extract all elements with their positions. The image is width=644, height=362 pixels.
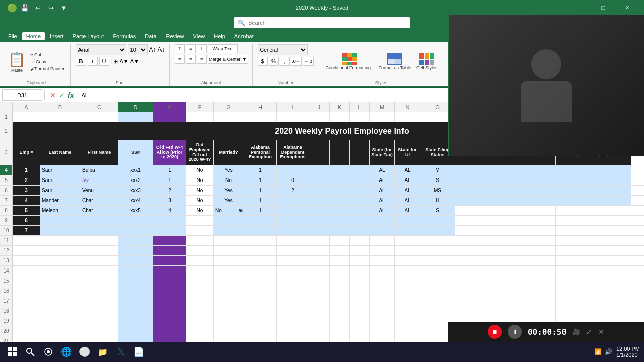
cell-K20[interactable]: [330, 326, 350, 336]
acrobat-taskbar-icon[interactable]: 📄: [131, 344, 147, 360]
number-format-select[interactable]: General: [258, 44, 308, 55]
cell-H16[interactable]: [244, 286, 277, 296]
cell-G1[interactable]: [214, 112, 244, 122]
col-header-J[interactable]: J: [309, 102, 330, 112]
currency-button[interactable]: $: [258, 57, 268, 66]
cell-E3[interactable]: Old Fed W-4 Allow (Prior to 2020): [153, 140, 186, 165]
cell-N7[interactable]: AL: [395, 196, 420, 205]
cell-O10[interactable]: [420, 226, 455, 235]
minimize-button[interactable]: ─: [568, 0, 591, 15]
cell-P6[interactable]: [455, 186, 556, 195]
cell-O11[interactable]: [420, 236, 455, 245]
cell-H9[interactable]: [244, 216, 277, 225]
cell-O4[interactable]: M: [420, 165, 455, 175]
cell-K6[interactable]: [330, 186, 350, 195]
cell-G16[interactable]: [214, 286, 244, 296]
cell-R4[interactable]: [586, 165, 616, 175]
cell-A5[interactable]: 2: [13, 175, 40, 185]
cell-N13[interactable]: [395, 256, 420, 265]
cell-I11[interactable]: [277, 236, 309, 245]
conditional-formatting-button[interactable]: Conditional Formatting -: [324, 52, 376, 71]
cell-J18[interactable]: [309, 306, 330, 316]
align-bottom-button[interactable]: ⊥: [197, 44, 207, 53]
cell-E16[interactable]: [153, 286, 186, 296]
cell-N5[interactable]: AL: [395, 175, 420, 185]
cell-E4[interactable]: 1: [153, 165, 186, 175]
cell-N6[interactable]: AL: [395, 186, 420, 195]
cell-M6[interactable]: AL: [370, 186, 395, 195]
cell-N3[interactable]: State for UI: [395, 140, 420, 165]
cell-J13[interactable]: [309, 256, 330, 265]
cell-K15[interactable]: [330, 276, 350, 286]
cell-B14[interactable]: [40, 266, 80, 276]
format-painter-button[interactable]: 🖌Format Painter: [29, 66, 66, 72]
cell-O12[interactable]: [420, 246, 455, 255]
cell-M1[interactable]: [370, 112, 395, 122]
underline-button[interactable]: U: [99, 57, 109, 66]
menu-data[interactable]: Data: [141, 32, 160, 40]
cell-M5[interactable]: AL: [370, 175, 395, 185]
cell-N12[interactable]: [395, 246, 420, 255]
cell-B1[interactable]: [40, 112, 80, 122]
cell-K13[interactable]: [330, 256, 350, 265]
cell-M18[interactable]: [370, 306, 395, 316]
cell-E13[interactable]: [153, 256, 186, 265]
cell-E8[interactable]: 4: [153, 206, 186, 215]
cell-H3[interactable]: Alabama Personal Exemption: [244, 140, 277, 165]
cell-I10[interactable]: [277, 226, 309, 235]
cell-F20[interactable]: [186, 326, 214, 336]
cell-A20[interactable]: [13, 326, 40, 336]
col-header-I[interactable]: I: [277, 102, 309, 112]
cell-A3[interactable]: Emp #: [13, 140, 40, 165]
cell-M11[interactable]: [370, 236, 395, 245]
cell-H14[interactable]: [244, 266, 277, 276]
cell-K7[interactable]: [330, 196, 350, 205]
cell-L9[interactable]: [350, 216, 370, 225]
cell-A1[interactable]: [13, 112, 40, 122]
cell-S7[interactable]: [616, 196, 631, 205]
cell-R10[interactable]: [586, 226, 616, 235]
cell-P9[interactable]: [455, 216, 556, 225]
stop-recording-button[interactable]: ⏹: [488, 325, 502, 339]
cell-D17[interactable]: [118, 296, 153, 306]
cell-Q16[interactable]: [556, 286, 586, 296]
cell-H12[interactable]: [244, 246, 277, 255]
cell-I20[interactable]: [277, 326, 309, 336]
cell-A15[interactable]: [13, 276, 40, 286]
col-header-K[interactable]: K: [330, 102, 350, 112]
cell-P10[interactable]: [455, 226, 556, 235]
cell-K18[interactable]: [330, 306, 350, 316]
cell-R8[interactable]: [586, 206, 616, 215]
cell-D7[interactable]: xxx4: [118, 196, 153, 205]
cell-M4[interactable]: AL: [370, 165, 395, 175]
cell-P5[interactable]: [455, 175, 556, 185]
col-header-B[interactable]: B: [40, 102, 80, 112]
close-recording-icon[interactable]: ✕: [598, 328, 604, 336]
decrease-decimal-button[interactable]: ←.0: [303, 57, 314, 66]
cell-N15[interactable]: [395, 276, 420, 286]
cell-Q14[interactable]: [556, 266, 586, 276]
cell-E9[interactable]: [153, 216, 186, 225]
cell-G7[interactable]: Yes: [214, 196, 244, 205]
cell-L1[interactable]: [350, 112, 370, 122]
cell-F6[interactable]: No: [186, 186, 214, 195]
cell-B19[interactable]: [40, 316, 80, 326]
cell-I7[interactable]: [277, 196, 309, 205]
pause-recording-button[interactable]: ⏸: [508, 325, 522, 339]
formula-confirm-icon[interactable]: ✓: [59, 91, 65, 99]
cell-G3[interactable]: Married?: [214, 140, 244, 165]
cell-R15[interactable]: [586, 276, 616, 286]
cell-K3[interactable]: [330, 140, 350, 165]
cell-Q18[interactable]: [556, 306, 586, 316]
cell-D11[interactable]: [118, 236, 153, 245]
redo-icon[interactable]: ↪: [45, 2, 56, 13]
cell-H7[interactable]: 1: [244, 196, 277, 205]
cell-G20[interactable]: [214, 326, 244, 336]
cell-O8[interactable]: S: [420, 206, 455, 215]
col-header-L[interactable]: L: [350, 102, 370, 112]
cell-G6[interactable]: Yes: [214, 186, 244, 195]
cell-R18[interactable]: [586, 306, 616, 316]
cell-K11[interactable]: [330, 236, 350, 245]
cell-S10[interactable]: [616, 226, 631, 235]
cell-K19[interactable]: [330, 316, 350, 326]
